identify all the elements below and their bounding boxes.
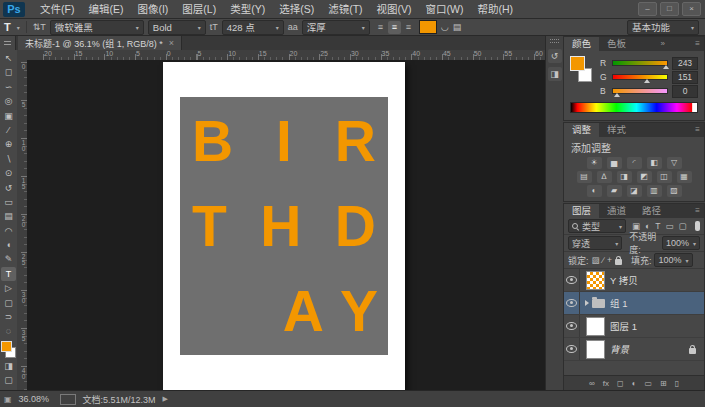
panel-menu-icon[interactable]: ≡ [695, 123, 704, 137]
menu-item-help[interactable]: 帮助(H) [471, 0, 521, 18]
layer-row-layer1[interactable]: 图层 1 [564, 315, 704, 338]
black-white-icon[interactable]: ◨ [617, 171, 632, 183]
red-value[interactable]: 243 [672, 57, 698, 70]
type-tool[interactable]: T [1, 267, 16, 281]
layer-name[interactable]: Y 拷贝 [610, 273, 638, 287]
clone-stamp-tool[interactable]: ⊙ [1, 166, 16, 180]
photo-filter-icon[interactable]: ◩ [637, 171, 652, 183]
expand-group-icon[interactable] [585, 300, 589, 306]
menu-item-window[interactable]: 窗口(W) [419, 0, 471, 18]
healing-brush-tool[interactable]: ⊕ [1, 137, 16, 151]
document-tab[interactable]: 未标题-1 @ 36.1% (组 1, RGB/8) * × [18, 36, 182, 50]
menu-item-view[interactable]: 视图(V) [370, 0, 419, 18]
channel-mixer-icon[interactable]: ◫ [657, 171, 672, 183]
layer-row-group1[interactable]: 组 1 [564, 292, 704, 315]
zoom-level-field[interactable]: 36.08% [19, 394, 53, 404]
fill-value[interactable]: 100%▾ [654, 253, 692, 267]
toggle-panels-icon[interactable]: ▤ [453, 22, 462, 32]
red-slider[interactable] [612, 60, 668, 66]
menu-item-select[interactable]: 选择(S) [272, 0, 321, 18]
color-lookup-icon[interactable]: ▦ [677, 171, 692, 183]
color-swatches[interactable] [570, 56, 594, 82]
layer-thumbnail[interactable] [586, 317, 605, 336]
dodge-tool[interactable]: ◖ [1, 238, 16, 252]
layer-filter-select[interactable]: 类型 ▾ [568, 219, 626, 233]
foreground-background-swatches[interactable] [1, 341, 16, 358]
threshold-icon[interactable]: ◪ [627, 185, 642, 197]
adjustment-layer-icon[interactable]: ◐ [632, 379, 637, 388]
shape-tool[interactable]: ▢ [1, 296, 16, 310]
menu-item-type[interactable]: 类型(Y) [223, 0, 272, 18]
color-balance-icon[interactable]: ∆ [597, 171, 612, 183]
close-tab-icon[interactable]: × [169, 38, 174, 48]
layer-row-background[interactable]: 背景 [564, 338, 704, 361]
selective-color-icon[interactable]: ▨ [667, 185, 682, 197]
menu-item-file[interactable]: 文件(F) [33, 0, 81, 18]
dock-grip[interactable] [550, 39, 559, 43]
antialias-select[interactable]: 浑厚▾ [302, 20, 370, 35]
font-style-select[interactable]: Bold▾ [148, 20, 206, 35]
text-line-1[interactable]: BIR [180, 101, 388, 181]
foreground-color-swatch[interactable] [570, 56, 585, 71]
menu-item-layer[interactable]: 图层(L) [175, 0, 223, 18]
history-brush-tool[interactable]: ↺ [1, 181, 16, 195]
minimize-button[interactable]: – [638, 2, 657, 16]
visibility-toggle[interactable] [564, 269, 580, 291]
blur-tool[interactable]: ◠ [1, 224, 16, 238]
posterize-icon[interactable]: ▰ [607, 185, 622, 197]
text-orientation-icon[interactable]: ⇅T [33, 22, 46, 32]
layer-row-y-copy[interactable]: Y 拷贝 [564, 269, 704, 292]
exposure-icon[interactable]: ◧ [647, 157, 662, 169]
lasso-tool[interactable]: ∽ [1, 80, 16, 94]
eyedropper-tool[interactable]: ⁄ [1, 123, 16, 137]
panel-menu-icon[interactable]: ≡ [695, 37, 704, 51]
eraser-tool[interactable]: ▭ [1, 195, 16, 209]
tab-layers[interactable]: 图层 [564, 204, 599, 218]
layer-name[interactable]: 组 1 [610, 296, 627, 310]
text-line-2[interactable]: THD [180, 186, 388, 266]
canvas-pasteboard[interactable]: BIR THD AY [27, 60, 545, 391]
tab-styles[interactable]: 样式 [599, 123, 634, 137]
filter-shape-layers-icon[interactable]: ▭ [665, 221, 673, 231]
screen-mode-icon[interactable]: ▢ [1, 373, 16, 387]
properties-panel-button[interactable]: ◨ [548, 67, 562, 81]
new-group-icon[interactable]: ▭ [644, 379, 652, 388]
blue-slider[interactable] [612, 88, 668, 94]
green-value[interactable]: 151 [672, 71, 698, 84]
menu-item-edit[interactable]: 编辑(E) [81, 0, 130, 18]
marquee-tool[interactable]: ◻ [1, 65, 16, 79]
curves-icon[interactable]: ◜ [627, 157, 642, 169]
gradient-tool[interactable]: ▤ [1, 209, 16, 223]
tab-swatches[interactable]: 色板 [599, 37, 634, 51]
lock-all-icon[interactable] [615, 259, 622, 265]
levels-icon[interactable]: ▅ [607, 157, 622, 169]
quick-mask-icon[interactable]: ◨ [1, 359, 16, 373]
link-layers-icon[interactable]: ∞ [589, 379, 595, 388]
brightness-contrast-icon[interactable]: ☀ [587, 157, 602, 169]
menu-item-image[interactable]: 图像(I) [130, 0, 175, 18]
move-tool[interactable]: ↖ [1, 51, 16, 65]
font-family-select[interactable]: 微软雅黑▾ [50, 20, 144, 35]
green-slider[interactable] [612, 74, 668, 80]
layer-mask-icon[interactable]: ◻ [617, 379, 624, 388]
vibrance-icon[interactable]: ▽ [667, 157, 682, 169]
tab-paths[interactable]: 路径 [634, 204, 669, 218]
new-layer-icon[interactable]: ⊞ [660, 379, 667, 388]
layer-thumbnail[interactable] [586, 271, 605, 290]
blend-mode-select[interactable]: 穿透 ▾ [568, 236, 622, 250]
layer-name[interactable]: 图层 1 [610, 319, 637, 333]
lock-pixels-icon[interactable]: ∕ [603, 255, 604, 265]
workspace-select[interactable]: 基本功能▾ [627, 20, 699, 35]
lock-position-icon[interactable]: + [607, 255, 612, 265]
gray-rectangle[interactable]: BIR THD AY [180, 97, 388, 355]
visibility-toggle[interactable] [564, 338, 580, 360]
text-color-swatch[interactable] [419, 20, 437, 34]
hand-tool[interactable]: ⊃ [1, 310, 16, 324]
maximize-button[interactable]: □ [660, 2, 679, 16]
history-panel-button[interactable]: ↺ [548, 49, 562, 63]
delete-layer-icon[interactable]: ▯ [675, 379, 679, 388]
layer-thumbnail[interactable] [586, 340, 605, 359]
font-size-select[interactable]: 428 点▾ [222, 20, 284, 35]
panel-menu-icon[interactable]: ≡ [695, 204, 704, 218]
tab-color[interactable]: 颜色 [564, 37, 599, 51]
